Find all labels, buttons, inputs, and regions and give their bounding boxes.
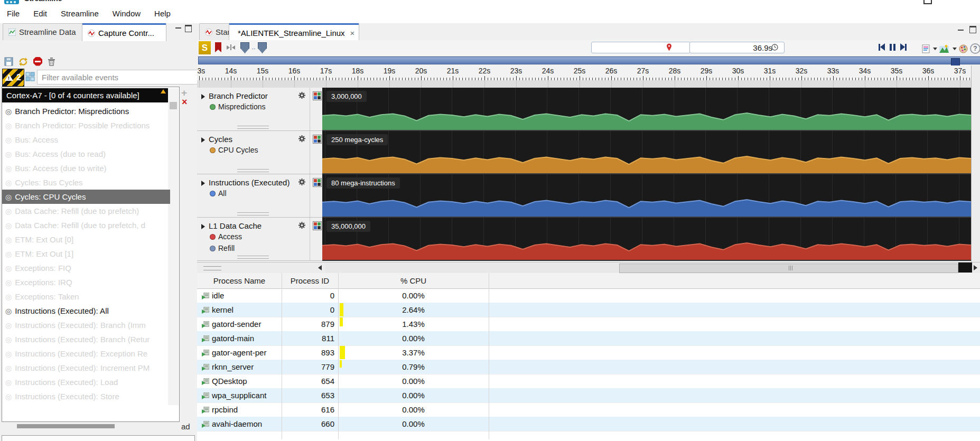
time-ruler[interactable]: 13s14s15s16s17s18s19s20s21s22s23s24s25s2… <box>197 65 971 80</box>
legend-item[interactable]: Refill <box>210 244 235 252</box>
row-resize-grip[interactable] <box>237 169 269 172</box>
palette-icon[interactable] <box>959 44 968 53</box>
column-header[interactable]: Process Name <box>197 273 282 289</box>
gear-icon[interactable] <box>298 221 305 228</box>
maximize-view-icon[interactable] <box>969 26 976 33</box>
menu-file[interactable]: File <box>0 5 26 18</box>
scroll-right-icon[interactable] <box>974 265 977 270</box>
minimize-view-icon[interactable] <box>958 30 964 31</box>
help-icon[interactable]: ? <box>970 43 980 54</box>
chart-config-icon[interactable] <box>313 221 322 230</box>
chart-label-panel[interactable]: CyclesCPU Cycles <box>197 131 310 174</box>
filter-events-input[interactable] <box>37 70 200 85</box>
chart-config-icon[interactable] <box>313 178 322 187</box>
event-item[interactable]: ◎Instructions (Executed): Load <box>2 375 170 389</box>
gear-icon[interactable] <box>298 91 305 98</box>
minimize-view-icon[interactable] <box>175 27 181 29</box>
chart-plot[interactable]: 80 mega-instructions <box>322 174 971 218</box>
menu-streamline[interactable]: Streamline <box>54 5 106 18</box>
tab-capture-report[interactable]: *ALIENTEK_Streamline_Linux × <box>229 23 359 41</box>
save-icon[interactable] <box>4 57 13 66</box>
table-row[interactable]: gator-agent-per8933.37% <box>197 345 980 360</box>
event-item[interactable]: ◎Cycles: CPU Cycles <box>2 190 170 204</box>
table-row[interactable]: wpa_supplicant6530.00% <box>197 388 980 402</box>
gear-icon[interactable] <box>298 135 305 142</box>
close-tab-icon[interactable]: × <box>350 29 355 37</box>
chart-style-icon[interactable] <box>939 44 949 53</box>
stop-icon[interactable] <box>33 57 42 66</box>
event-item[interactable]: ◎Instructions (Executed): Branch (Imm <box>2 318 170 332</box>
chart-label-panel[interactable]: Instructions (Executed)All <box>197 174 310 218</box>
expand-triangle-icon[interactable] <box>201 224 205 229</box>
table-row[interactable]: rknn_server7790.79% <box>197 360 980 374</box>
tab-streamline-data[interactable]: Streamline Data <box>3 23 92 40</box>
maximize-window-icon[interactable] <box>923 0 932 4</box>
pause-icon[interactable] <box>890 44 895 51</box>
table-row[interactable]: idle00.00% <box>197 288 980 303</box>
event-item[interactable]: ◎Bus: Access (due to read) <box>2 147 170 161</box>
event-item[interactable]: ◎Instructions (Executed): All <box>2 304 170 318</box>
goto-end-icon[interactable] <box>900 43 907 51</box>
chart-label-panel[interactable]: L1 Data CacheAccessRefill <box>197 218 310 261</box>
table-row[interactable]: rpcbind6160.00% <box>197 402 980 417</box>
available-events-list[interactable]: Cortex-A7 - [0 of 4 counters available] … <box>2 87 180 422</box>
expand-triangle-icon[interactable] <box>201 137 205 143</box>
row-resize-grip[interactable] <box>237 212 269 215</box>
event-item[interactable]: ◎Cycles: Bus Cycles <box>2 175 170 190</box>
scrollbar-thumb[interactable] <box>619 264 958 273</box>
chart-plot[interactable]: 35,000,000 <box>322 218 971 261</box>
event-item[interactable]: ◎Data Cache: Refill (due to prefetch, d <box>2 218 170 232</box>
dropdown-arrow-icon[interactable] <box>933 48 937 50</box>
collapse-regions-icon[interactable] <box>227 44 235 50</box>
legend-item[interactable]: Access <box>210 232 242 241</box>
scroll-left-icon[interactable] <box>318 265 322 270</box>
current-time-input[interactable] <box>689 42 785 53</box>
goto-start-icon[interactable] <box>879 43 885 51</box>
row-resize-grip[interactable] <box>237 126 269 129</box>
event-item[interactable]: ◎Instructions (Executed): Branch (Retur <box>2 332 170 346</box>
column-header[interactable]: % CPU <box>338 273 489 289</box>
tab-capture-control[interactable]: Capture Contr... <box>82 23 166 41</box>
expand-triangle-icon[interactable] <box>201 181 205 186</box>
event-item[interactable]: ◎Instructions (Executed): Exception Re <box>2 346 170 361</box>
chart-config-icon[interactable] <box>313 135 322 144</box>
splitter-grip[interactable] <box>203 266 221 270</box>
shield-range-icons[interactable]: ↔ <box>240 42 267 53</box>
charts-horizontal-scrollbar[interactable] <box>197 262 980 274</box>
event-item[interactable]: ◎Exceptions: IRQ <box>2 275 170 289</box>
chart-plot[interactable]: 3,000,000 <box>322 88 971 131</box>
scrollbar-thumb[interactable] <box>170 102 177 109</box>
menu-window[interactable]: Window <box>106 5 147 18</box>
timeline-search-input[interactable] <box>591 42 690 53</box>
column-header[interactable]: Process ID <box>282 273 338 289</box>
menu-edit[interactable]: Edit <box>26 5 54 18</box>
row-resize-grip[interactable] <box>237 256 269 259</box>
streamline-mode-badge[interactable]: S <box>199 41 211 54</box>
legend-item[interactable]: All <box>210 189 227 198</box>
table-row[interactable]: avahi-daemon6600.00% <box>197 417 980 431</box>
table-row[interactable]: QDesktop6540.00% <box>197 374 980 388</box>
timeline-overview-scrollbar[interactable] <box>198 57 980 64</box>
expand-triangle-icon[interactable] <box>201 94 205 99</box>
event-item[interactable]: ◎Data Cache: Refill (due to prefetch) <box>2 204 170 218</box>
counter-group-icon[interactable] <box>25 72 35 82</box>
scrollbar-thumb[interactable] <box>17 424 115 428</box>
legend-item[interactable]: Mispredictions <box>210 102 265 111</box>
event-item[interactable]: ◎Instructions (Executed): Store <box>2 389 170 404</box>
event-item[interactable]: ◎Exceptions: FIQ <box>2 261 170 275</box>
report-options-icon[interactable] <box>922 44 930 53</box>
event-item[interactable]: ◎ETM: Ext Out [0] <box>2 232 170 247</box>
event-item[interactable]: ◎ETM: Ext Out [1] <box>2 247 170 261</box>
table-row[interactable]: kernel02.64% <box>197 303 980 317</box>
table-row[interactable]: gatord-main8110.00% <box>197 331 980 345</box>
delete-icon[interactable] <box>48 57 55 66</box>
bookmark-icon[interactable] <box>215 42 221 52</box>
event-item[interactable]: ◎Bus: Access <box>2 133 170 147</box>
remove-event-icon[interactable]: × <box>182 97 188 108</box>
event-item[interactable]: ◎Branch Predictor: Possible Predictions <box>2 118 170 133</box>
menu-help[interactable]: Help <box>147 5 178 18</box>
refresh-icon[interactable] <box>18 57 28 66</box>
chart-plot[interactable]: 250 mega-cycles <box>322 131 971 174</box>
maximize-view-icon[interactable] <box>185 25 192 32</box>
legend-item[interactable]: CPU Cycles <box>210 146 258 154</box>
